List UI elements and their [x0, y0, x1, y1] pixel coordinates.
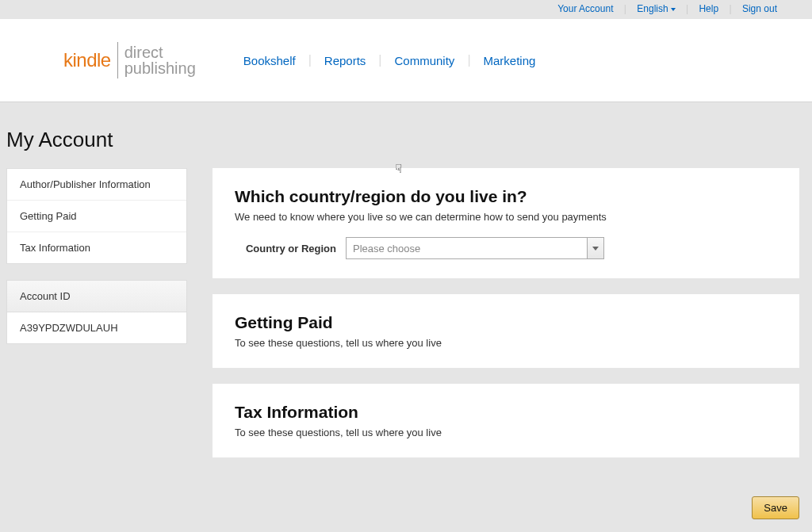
panel-getting-paid-desc: To see these questions, tell us where yo…	[235, 337, 777, 349]
main-panels: Which country/region do you live in? We …	[213, 168, 806, 473]
content-area: Author/Publisher Information Getting Pai…	[0, 168, 812, 473]
sidebar: Author/Publisher Information Getting Pai…	[6, 168, 187, 473]
nav-bookshelf[interactable]: Bookshelf	[243, 54, 296, 67]
panel-tax-title: Tax Information	[235, 403, 777, 422]
save-button[interactable]: Save	[752, 496, 799, 519]
logo-dp: direct publishing	[124, 44, 196, 76]
nav-reports[interactable]: Reports	[324, 54, 366, 67]
panel-getting-paid: Getting Paid To see these questions, tel…	[213, 294, 799, 368]
sidebar-account-section: Account ID A39YPDZWDULAUH	[6, 280, 187, 344]
page-title: My Account	[0, 102, 812, 168]
chevron-down-icon	[671, 8, 676, 11]
language-label: English	[637, 3, 668, 14]
account-id-value: A39YPDZWDULAUH	[7, 312, 186, 343]
country-select[interactable]: Please choose	[346, 237, 604, 259]
logo-divider	[117, 42, 118, 78]
utility-nav: Your Account | English | Help | Sign out	[0, 0, 812, 19]
sidebar-item-tax-info[interactable]: Tax Information	[7, 232, 186, 263]
sidebar-nav-section: Author/Publisher Information Getting Pai…	[6, 168, 187, 264]
separator: |	[729, 3, 731, 14]
panel-country: Which country/region do you live in? We …	[213, 168, 799, 278]
separator: |	[467, 53, 470, 67]
separator: |	[624, 3, 626, 14]
main-header: kindle direct publishing Bookshelf | Rep…	[0, 19, 812, 102]
panel-tax-desc: To see these questions, tell us where yo…	[235, 427, 777, 438]
panel-tax: Tax Information To see these questions, …	[213, 384, 799, 457]
sidebar-item-author-info[interactable]: Author/Publisher Information	[7, 169, 186, 201]
panel-country-title: Which country/region do you live in?	[235, 187, 777, 206]
language-selector[interactable]: English	[637, 3, 675, 14]
panel-country-desc: We need to know where you live so we can…	[235, 211, 777, 223]
logo-kindle: kindle	[63, 49, 111, 71]
nav-marketing[interactable]: Marketing	[484, 54, 536, 67]
separator: |	[308, 53, 312, 67]
country-label: Country or Region	[235, 243, 346, 255]
logo-publishing-text: publishing	[124, 60, 196, 76]
sidebar-item-getting-paid[interactable]: Getting Paid	[7, 201, 186, 232]
logo-direct-text: direct	[124, 44, 196, 60]
country-select-wrap: Please choose	[346, 237, 604, 259]
logo[interactable]: kindle direct publishing	[63, 42, 196, 78]
nav-community[interactable]: Community	[395, 54, 455, 67]
panel-getting-paid-title: Getting Paid	[235, 313, 777, 332]
your-account-link[interactable]: Your Account	[557, 3, 613, 14]
sign-out-link[interactable]: Sign out	[742, 3, 777, 14]
country-form-row: Country or Region Please choose	[235, 237, 777, 259]
separator: |	[378, 53, 381, 67]
primary-nav: Bookshelf | Reports | Community | Market…	[243, 53, 536, 67]
account-id-label: Account ID	[7, 281, 186, 312]
help-link[interactable]: Help	[699, 3, 718, 14]
separator: |	[686, 3, 688, 14]
